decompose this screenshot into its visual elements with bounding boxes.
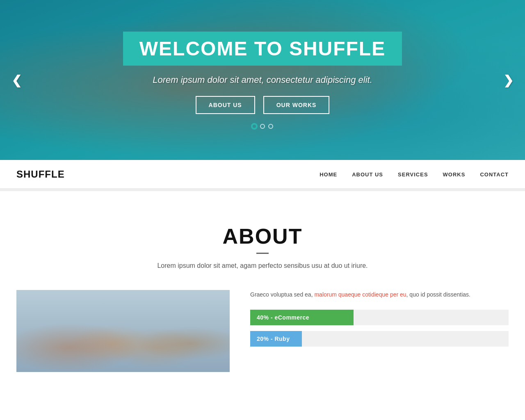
nav-links: HOME ABOUT US SERVICES WORKS CONTACT <box>320 171 509 178</box>
nav-item-works[interactable]: WORKS <box>443 171 466 178</box>
about-us-button[interactable]: ABOUT US <box>196 96 255 114</box>
nav-item-home[interactable]: HOME <box>320 171 337 178</box>
nav-logo: SHUFFLE <box>16 169 65 180</box>
about-right-panel: Graeco voluptua sed ea, malorum quaeque … <box>250 290 509 352</box>
about-header: ABOUT Lorem ipsum dolor sit amet, agam p… <box>16 224 509 269</box>
hero-dot-1[interactable] <box>252 124 257 129</box>
about-divider <box>256 253 269 254</box>
about-desc-plain: Graeco voluptua sed ea, <box>250 291 314 298</box>
progress-bar-ruby-fill: 20% - Ruby <box>250 331 302 347</box>
nav-link-services[interactable]: SERVICES <box>398 171 428 178</box>
hero-title-box: WELCOME TO SHUFFLE <box>123 32 402 66</box>
about-desc-highlight: malorum quaeque cotidieque per eu <box>314 291 406 298</box>
hero-dot-2[interactable] <box>260 124 265 129</box>
hero-prev-arrow[interactable]: ❮ <box>7 69 26 91</box>
hero-dot-3[interactable] <box>268 124 273 129</box>
nav-link-home[interactable]: HOME <box>320 171 337 178</box>
hero-buttons: ABOUT US OUR WORKS <box>196 96 330 114</box>
navbar: SHUFFLE HOME ABOUT US SERVICES WORKS CON… <box>0 160 525 189</box>
about-team-image <box>16 290 230 372</box>
about-section: ABOUT Lorem ipsum dolor sit amet, agam p… <box>0 191 525 397</box>
about-desc-end: , quo id possit dissentias. <box>406 291 470 298</box>
progress-bar-ecommerce-container: 40% - eCommerce <box>250 310 509 325</box>
progress-bar-ecommerce-fill: 40% - eCommerce <box>250 310 354 325</box>
nav-link-about[interactable]: ABOUT US <box>352 171 383 178</box>
nav-link-contact[interactable]: CONTACT <box>480 171 509 178</box>
nav-item-about[interactable]: ABOUT US <box>352 171 383 178</box>
nav-link-works[interactable]: WORKS <box>443 171 466 178</box>
hero-title: WELCOME TO SHUFFLE <box>139 37 386 60</box>
about-description: Graeco voluptua sed ea, malorum quaeque … <box>250 290 509 300</box>
progress-bar-ruby-container: 20% - Ruby <box>250 331 509 347</box>
hero-subtitle: Lorem ipsum dolor sit amet, consectetur … <box>153 75 372 85</box>
nav-item-contact[interactable]: CONTACT <box>480 171 509 178</box>
hero-dots <box>252 124 273 129</box>
about-subtitle: Lorem ipsum dolor sit amet, agam perfect… <box>139 262 386 269</box>
about-content: Graeco voluptua sed ea, malorum quaeque … <box>16 290 509 372</box>
nav-item-services[interactable]: SERVICES <box>398 171 428 178</box>
hero-next-arrow[interactable]: ❯ <box>499 69 518 91</box>
our-works-button[interactable]: OUR WORKS <box>263 96 330 114</box>
progress-bar-ecommerce-track: 40% - eCommerce <box>250 310 509 325</box>
about-title: ABOUT <box>16 224 509 249</box>
hero-content: WELCOME TO SHUFFLE Lorem ipsum dolor sit… <box>123 32 402 129</box>
hero-section: ❮ WELCOME TO SHUFFLE Lorem ipsum dolor s… <box>0 0 525 160</box>
progress-bar-ruby-track: 20% - Ruby <box>250 331 509 347</box>
